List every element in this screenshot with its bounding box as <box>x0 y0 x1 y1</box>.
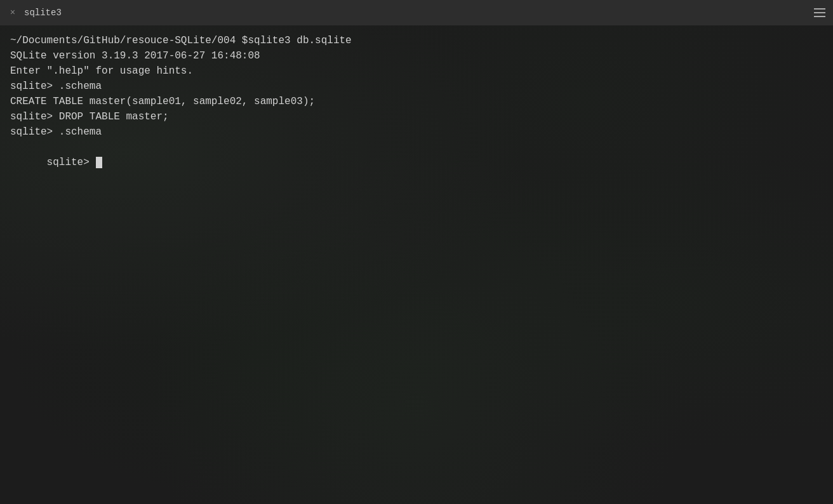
terminal-line-6: sqlite> DROP TABLE master; <box>10 109 823 124</box>
terminal-line-3: Enter ".help" for usage hints. <box>10 63 823 79</box>
terminal-line-8: sqlite> <box>10 140 823 185</box>
terminal-prompt-8: sqlite> <box>47 157 96 168</box>
titlebar-left: × sqlite3 <box>8 8 62 18</box>
terminal-line-5: CREATE TABLE master(sample01, sample02, … <box>10 94 823 109</box>
menu-line-2 <box>814 12 825 13</box>
close-button[interactable]: × <box>8 8 18 18</box>
menu-button[interactable] <box>814 8 825 17</box>
window-title: sqlite3 <box>24 8 62 18</box>
titlebar: × sqlite3 <box>0 0 833 25</box>
terminal-body[interactable]: ~/Documents/GitHub/resouce-SQLite/004 $s… <box>0 25 833 504</box>
cursor <box>96 157 102 168</box>
menu-line-1 <box>814 8 825 10</box>
terminal-line-7: sqlite> .schema <box>10 124 823 140</box>
terminal-line-1: ~/Documents/GitHub/resouce-SQLite/004 $s… <box>10 33 823 48</box>
terminal-window: × sqlite3 ~/Documents/GitHub/resouce-SQL… <box>0 0 833 504</box>
close-icon: × <box>10 8 15 17</box>
menu-line-3 <box>814 16 825 17</box>
terminal-line-4: sqlite> .schema <box>10 79 823 94</box>
terminal-line-2: SQLite version 3.19.3 2017-06-27 16:48:0… <box>10 48 823 63</box>
